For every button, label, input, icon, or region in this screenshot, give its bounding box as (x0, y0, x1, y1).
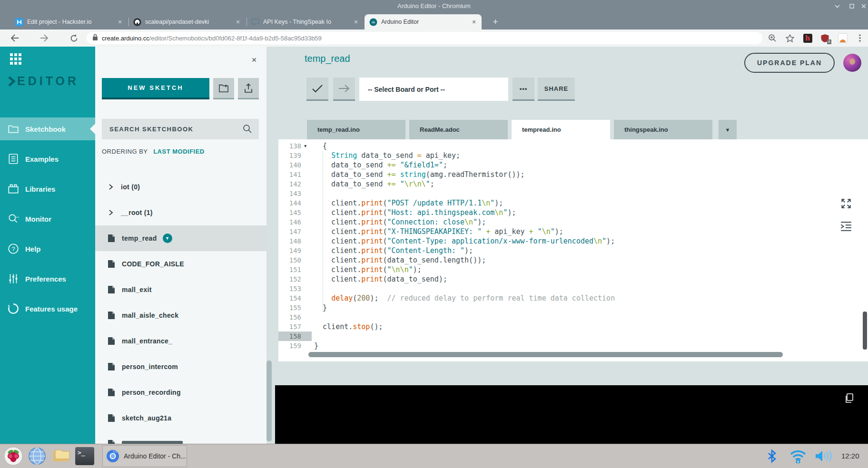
code-line-154[interactable]: 154 delay(200); // reduced delay to perf… (278, 293, 868, 303)
code-line-147[interactable]: 147 client.print("X-THINGSPEAKAPIKEY: " … (278, 227, 868, 236)
sketch-row[interactable]: mall_entrance_ (95, 328, 266, 354)
url-bar[interactable]: create.arduino.cc/editor/Schemobotics/bd… (87, 32, 762, 44)
code-line-146[interactable]: 146 client.print("Connection: close\n"); (278, 217, 868, 227)
file-manager-icon[interactable] (51, 447, 70, 466)
more-options-button[interactable]: ••• (513, 78, 534, 101)
board-port-selector[interactable]: -- Select Board or Port -- (359, 78, 508, 101)
horizontal-scrollbar-thumb[interactable] (308, 352, 783, 357)
upload-sketch-button[interactable] (238, 78, 259, 99)
code-line-139[interactable]: 139 String data_to_send = api_key; (278, 151, 868, 160)
upgrade-plan-button[interactable]: UPGRADE PLAN (744, 53, 835, 73)
browser-tab-github[interactable]: scaleapi/pandaset-devki × (128, 14, 246, 29)
sketch-row[interactable]: mall_exit (95, 277, 266, 302)
vertical-scrollbar-thumb[interactable] (863, 312, 867, 350)
code-line-153[interactable]: 153 (278, 284, 868, 293)
fold-marker-icon[interactable]: ▼ (304, 141, 310, 151)
bluetooth-icon[interactable] (767, 449, 782, 463)
web-browser-icon[interactable] (28, 447, 47, 466)
code-line-145[interactable]: 145 client.print("Host: api.thingspeak.c… (278, 208, 868, 217)
code-line-155[interactable]: 155 } (278, 303, 868, 312)
file-tab-temp-read-ino[interactable]: temp_read.ino (307, 120, 405, 139)
search-sketchbook-input[interactable] (102, 119, 259, 139)
folder-row-root[interactable]: __root (1) (95, 200, 266, 225)
tab-close-icon[interactable]: × (352, 18, 360, 26)
sidebar-item-monitor[interactable]: Monitor (0, 207, 95, 230)
sketch-row[interactable]: sketch_aug21a (95, 405, 266, 431)
code-line-152[interactable]: 152 client.print(data_to_send); (278, 274, 868, 284)
window-close-icon[interactable] (859, 2, 868, 10)
sketch-row[interactable]: person_recording (95, 380, 266, 405)
code-line-158[interactable]: 158 (278, 332, 868, 341)
back-icon[interactable] (10, 33, 20, 43)
sidebar-item-examples[interactable]: Examples (0, 147, 95, 170)
file-tab-thingspeak-ino[interactable]: thingspeak.ino (614, 120, 712, 139)
folder-row-iot[interactable]: iot (0) (95, 174, 266, 200)
tab-close-icon[interactable]: × (234, 18, 242, 26)
window-minimize-icon[interactable] (833, 2, 841, 10)
volume-icon[interactable] (815, 449, 834, 463)
browser-tab-hackster[interactable]: Edit project - Hackster.io × (10, 14, 128, 29)
sidebar-item-features-usage[interactable]: Features usage (0, 297, 95, 320)
code-line-148[interactable]: 148 client.print("Content-Type: applicat… (278, 236, 868, 246)
wifi-icon[interactable] (789, 449, 804, 463)
code-line-151[interactable]: 151 client.print("\n\n"); (278, 265, 868, 274)
sidebar-item-preferences[interactable]: Preferences (0, 267, 95, 290)
ordering-value[interactable]: LAST MODIFIED (153, 148, 205, 155)
sidebar-item-libraries[interactable]: Libraries (0, 177, 95, 200)
sketch-row[interactable]: mall_aisle_check (95, 302, 266, 328)
zoom-page-icon[interactable] (767, 33, 778, 43)
extension-hackster-icon[interactable]: h (802, 33, 813, 43)
new-tab-button[interactable]: + (489, 16, 502, 28)
code-line-142[interactable]: 142 data_to_send += "\r\n\"; (278, 179, 868, 189)
code-editor[interactable]: 138▼ {139 String data_to_send = api_key;… (278, 139, 868, 361)
code-line-157[interactable]: 157 client.stop(); (278, 322, 868, 332)
code-line-149[interactable]: 149 client.print("Content-Length: "); (278, 246, 868, 255)
new-sketch-button[interactable]: NEW SKETCH (102, 78, 209, 99)
sidebar-item-help[interactable]: ? Help (0, 237, 95, 260)
code-line-141[interactable]: 141 data_to_send += string(amg.readTherm… (278, 170, 868, 179)
sidebar-item-sketchbook[interactable]: Sketchbook (0, 117, 95, 140)
code-line-144[interactable]: 144 client.print("POST /update HTTP/1.1\… (278, 198, 868, 208)
code-line-156[interactable]: 156 (278, 312, 868, 322)
browser-tab-arduino-editor[interactable]: ∞ Arduino Editor × (365, 14, 482, 29)
panel-scrollbar-thumb[interactable] (266, 361, 272, 441)
search-icon[interactable] (243, 124, 252, 134)
bookmark-star-icon[interactable] (785, 33, 795, 43)
sketch-row[interactable]: person_intercom (95, 354, 266, 380)
code-line-143[interactable]: 143 (278, 189, 868, 198)
code-line-159[interactable]: 159} (278, 341, 868, 351)
console-toggle-icon[interactable] (840, 220, 852, 233)
browser-menu-icon[interactable] (855, 33, 865, 43)
code-line-150[interactable]: 150 client.print(data_to_send.length()); (278, 255, 868, 265)
sketch-row-temp-read[interactable]: temp_read ▼ (95, 225, 266, 251)
sketch-row[interactable]: CODE_FOR_AISLE (95, 251, 266, 277)
terminal-icon[interactable]: >_ (75, 447, 94, 466)
extension-other-icon[interactable] (838, 33, 848, 43)
verify-button[interactable] (306, 78, 328, 101)
import-folder-button[interactable] (213, 78, 234, 99)
code-line-140[interactable]: 140 data_to_send += "&field1="; (278, 160, 868, 170)
apps-grid-icon[interactable] (10, 53, 22, 65)
reload-icon[interactable] (69, 33, 79, 43)
sketch-row-partial[interactable] (95, 431, 266, 444)
tab-close-icon[interactable]: × (470, 18, 478, 26)
code-line-138[interactable]: 138▼ { (278, 141, 868, 151)
forward-icon[interactable] (39, 33, 49, 43)
file-tab-tempread-ino[interactable]: tempread.ino (512, 120, 610, 139)
fullscreen-icon[interactable] (840, 197, 852, 210)
share-button[interactable]: SHARE (538, 78, 575, 101)
raspberry-menu-icon[interactable] (4, 447, 23, 466)
user-avatar[interactable] (843, 54, 861, 72)
tab-close-icon[interactable]: × (116, 18, 124, 26)
panel-close-icon[interactable]: × (249, 55, 259, 65)
sketch-options-badge[interactable]: ▼ (163, 234, 172, 243)
window-maximize-icon[interactable] (848, 2, 856, 10)
extension-adblock-icon[interactable]: 4 (819, 33, 830, 43)
taskbar-window-button[interactable]: Arduino Editor - Ch... (102, 445, 187, 467)
browser-tab-thingspeak[interactable]: API Keys - ThingSpeak Io × (247, 14, 364, 29)
copy-console-icon[interactable] (844, 393, 855, 403)
file-tabs-dropdown-icon[interactable]: ▼ (719, 120, 737, 139)
tab-title: scaleapi/pandaset-devki (145, 19, 234, 25)
upload-button[interactable] (333, 78, 355, 101)
file-tab-readme-adoc[interactable]: ReadMe.adoc (409, 120, 508, 139)
